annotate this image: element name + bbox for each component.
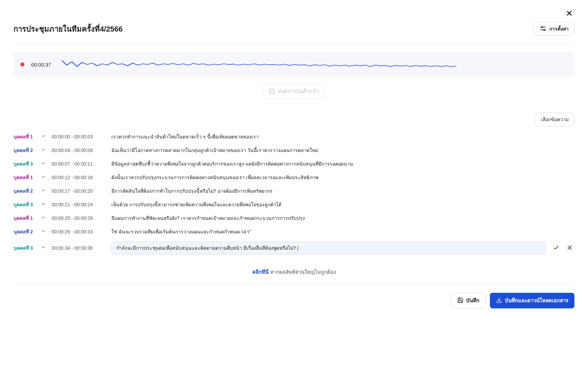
transcript-row: บุคคลที่ 200:00:04 - 00:00:06ฉันเห็นว่าม… — [14, 147, 574, 154]
transcript-text[interactable]: ใช่ ฉันจะรวบรวมทีมเพื่อเริ่มต้นการวางแผน… — [111, 228, 574, 235]
stop-icon — [270, 89, 274, 94]
transcript-row: บุคคลที่ 100:00:00 - 00:00:03เราควรทำการ… — [14, 133, 574, 140]
chevron-down-icon[interactable] — [41, 245, 46, 251]
x-icon — [566, 247, 573, 252]
confirm-button[interactable] — [551, 243, 561, 253]
chevron-down-icon[interactable] — [41, 147, 46, 154]
transcript-row: บุคคลที่ 100:00:12 - 00:00:16ดังนั้นเราค… — [14, 174, 574, 181]
transcript-row: บุคคลที่ 300:00:34 - 00:00:36 — [14, 242, 574, 254]
timestamp: 00:00:25 - 00:00:28 — [52, 215, 106, 221]
cancel-button[interactable] — [565, 243, 574, 253]
audio-bar: 00:00:37 — [14, 52, 574, 77]
transcript-row: บุคคลที่ 200:00:29 - 00:00:33ใช่ ฉันจะรว… — [14, 228, 574, 235]
settings-icon — [540, 25, 547, 33]
transcript-edit-input[interactable] — [111, 242, 546, 254]
recording-time: 00:00:37 — [31, 62, 55, 68]
waveform — [62, 58, 568, 71]
chevron-down-icon[interactable] — [41, 215, 46, 222]
speaker-label[interactable]: บุคคลที่ 1 — [14, 214, 35, 222]
close-button[interactable] — [564, 8, 574, 19]
svg-point-5 — [544, 29, 545, 31]
speaker-label[interactable]: บุคคลที่ 2 — [14, 228, 35, 235]
transcript-row: บุคคลที่ 100:00:25 - 00:00:28มีแผนการทำง… — [14, 214, 574, 222]
settings-label: การตั้งค่า — [549, 25, 569, 33]
feedback-link[interactable]: คลิกที่นี่ — [252, 269, 269, 275]
speaker-label[interactable]: บุคคลที่ 3 — [14, 160, 35, 168]
speaker-label[interactable]: บุคคลที่ 3 — [14, 201, 35, 208]
timestamp: 00:00:04 - 00:00:06 — [52, 148, 106, 153]
page-title: การประชุมภายในทีมครั้งที่4/2566 — [14, 23, 123, 35]
transcript-list: บุคคลที่ 100:00:00 - 00:00:03เราควรทำการ… — [14, 133, 574, 254]
transcript-text[interactable]: ดังนั้นเราควรปรับปรุงกระบวนการการติดต่อท… — [111, 174, 574, 181]
download-button[interactable]: บันทึกและดาวน์โหลดเอกสาร — [490, 293, 574, 308]
select-text-button[interactable]: เลือกข้อความ — [535, 113, 574, 126]
chevron-down-icon[interactable] — [41, 201, 46, 208]
timestamp: 00:00:00 - 00:00:03 — [52, 134, 106, 139]
speaker-label[interactable]: บุคคลที่ 3 — [14, 244, 35, 252]
close-icon — [566, 13, 573, 18]
speaker-label[interactable]: บุคคลที่ 2 — [14, 147, 35, 154]
chevron-down-icon[interactable] — [41, 174, 46, 181]
check-icon — [553, 247, 559, 252]
transcript-row: บุคคลที่ 300:00:07 - 00:00:11มีข้อมูลล่า… — [14, 160, 574, 168]
timestamp: 00:00:21 - 00:00:24 — [52, 202, 106, 207]
speaker-label[interactable]: บุคคลที่ 1 — [14, 174, 35, 181]
timestamp: 00:00:17 - 00:00:20 — [52, 188, 106, 194]
timestamp: 00:00:07 - 00:00:11 — [52, 161, 106, 167]
transcript-row: บุคคลที่ 200:00:17 - 00:00:20มีการตัดสิน… — [14, 187, 574, 195]
transcript-text[interactable]: เห็นด้วย การปรับปรุงนี้สามารถช่วยเพิ่มคว… — [111, 201, 574, 208]
transcript-row: บุคคลที่ 300:00:21 - 00:00:24เห็นด้วย กา… — [14, 201, 574, 208]
stop-recording-button: หยุดการบันทึกแล้ว — [263, 83, 325, 99]
transcript-text[interactable]: เราควรทำการแนะนำสินค้าใหม่ในตลาดเร็ว ๆ น… — [111, 133, 574, 140]
save-label: บันทึก — [466, 297, 479, 305]
feedback-row: คลิกที่นี่ หากผลลัพท์ส่วนใหญ่ไม่ถูกต้อง — [14, 268, 574, 276]
transcript-text[interactable]: มีข้อมูลล่าสุดที่บ่งชี้ว่าความพึงพอใจจาก… — [111, 160, 574, 168]
feedback-text: หากผลลัพท์ส่วนใหญ่ไม่ถูกต้อง — [269, 269, 335, 275]
timestamp: 00:00:12 - 00:00:16 — [52, 175, 106, 180]
save-button[interactable]: บันทึก — [451, 293, 486, 308]
download-label: บันทึกและดาวน์โหลดเอกสาร — [505, 297, 568, 305]
timestamp: 00:00:29 - 00:00:33 — [52, 229, 106, 234]
chevron-down-icon[interactable] — [41, 160, 46, 167]
download-icon — [496, 297, 502, 304]
record-indicator-icon — [20, 62, 24, 66]
transcript-text[interactable]: ฉันเห็นว่ามีโอกาสทางการตลาดมากในกลุ่มลูก… — [111, 147, 574, 154]
svg-point-3 — [541, 26, 543, 27]
settings-button[interactable]: การตั้งค่า — [534, 22, 574, 36]
footer: บันทึก บันทึกและดาวน์โหลดเอกสาร — [14, 284, 574, 308]
speaker-label[interactable]: บุคคลที่ 1 — [14, 133, 35, 140]
stop-label: หยุดการบันทึกแล้ว — [278, 87, 318, 95]
transcript-text[interactable]: มีการตัดสินใจที่ต้องการทำในการปรับปรุงนี… — [111, 187, 574, 195]
transcript-text[interactable]: มีแผนการทำงานที่ชัดเจนหรือยัง? เราควรกำห… — [111, 214, 574, 222]
save-icon — [457, 297, 463, 304]
chevron-down-icon[interactable] — [41, 188, 46, 194]
chevron-down-icon[interactable] — [41, 133, 46, 140]
divider — [14, 44, 574, 44]
chevron-down-icon[interactable] — [41, 228, 46, 235]
speaker-label[interactable]: บุคคลที่ 2 — [14, 187, 35, 195]
row-actions — [551, 243, 574, 253]
timestamp: 00:00:34 - 00:00:36 — [52, 245, 106, 251]
